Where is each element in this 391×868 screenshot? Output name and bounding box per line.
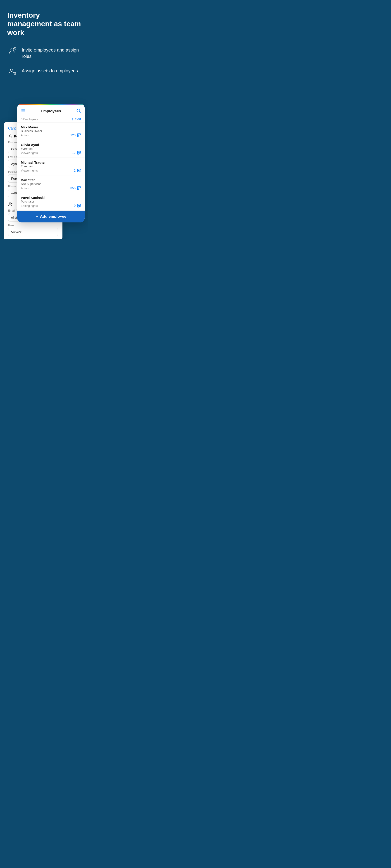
employee-row[interactable]: Olivia Ayad Foreman Viewer rights 12 [17, 140, 85, 158]
assign-icon-svg [8, 67, 17, 76]
feature-assign: Assign assets to employees [7, 67, 81, 76]
feature-invite-text: Invite employees and assign roles [22, 46, 81, 59]
employee-name: Dan Stan [21, 178, 81, 182]
employee-assets[interactable]: 123 [71, 133, 81, 137]
employee-assets[interactable]: 12 [72, 151, 81, 155]
svg-rect-22 [79, 151, 81, 153]
svg-point-8 [9, 135, 11, 136]
svg-rect-32 [77, 206, 79, 207]
assets-count: 2 [74, 168, 76, 172]
employees-subheader: 5 Employees Sort [17, 116, 85, 123]
person-icon [8, 134, 12, 138]
svg-rect-18 [77, 133, 79, 135]
svg-rect-31 [79, 204, 81, 206]
hero-section: Inventory management as team work Invite… [0, 0, 88, 95]
svg-point-4 [10, 69, 13, 71]
svg-rect-28 [79, 186, 81, 188]
svg-line-16 [79, 112, 81, 113]
employee-role: Viewer rights [21, 151, 38, 155]
employee-bottom: Viewer rights 2 [21, 168, 81, 173]
employee-row[interactable]: Pavel Kacinski Purchaser Editing rights … [17, 193, 85, 211]
svg-rect-23 [77, 153, 79, 154]
card-header: Employees [17, 105, 85, 116]
svg-point-15 [77, 109, 80, 112]
add-employee-button[interactable]: + Add employee [17, 211, 85, 222]
employee-position: Site Supervisor [21, 182, 81, 186]
employee-assets[interactable]: 0 [74, 204, 81, 208]
svg-rect-29 [77, 188, 79, 190]
employees-card: Employees 5 Employees Sort Max May [17, 104, 85, 222]
plus-icon: + [35, 214, 38, 219]
employee-position: Foreman [21, 147, 81, 150]
svg-rect-25 [79, 169, 81, 170]
svg-rect-27 [77, 186, 79, 188]
assets-icon [77, 204, 81, 208]
search-icon[interactable] [76, 108, 81, 114]
svg-rect-21 [77, 151, 79, 153]
hero-title: Inventory management as team work [7, 11, 81, 37]
employee-position: Business Owner [21, 129, 81, 133]
employee-name: Pavel Kacinski [21, 196, 81, 199]
svg-rect-24 [77, 169, 79, 170]
employee-name: Olivia Ayad [21, 143, 81, 147]
feature-invite: Invite employees and assign roles [7, 46, 81, 59]
employee-name: Max Mayer [21, 125, 81, 129]
invite-employees-icon [7, 46, 17, 56]
employee-assets[interactable]: 2 [74, 168, 81, 173]
assets-icon [77, 151, 81, 155]
assets-icon [77, 133, 81, 137]
assets-icon [77, 186, 81, 190]
employee-row[interactable]: Michael Trauter Foreman Viewer rights 2 [17, 158, 85, 176]
menu-icon[interactable] [21, 108, 26, 114]
invite-icon-svg [8, 46, 17, 55]
assets-count: 355 [71, 186, 76, 190]
employee-row[interactable]: Dan Stan Site Supervisor Admin 355 [17, 176, 85, 193]
svg-rect-20 [77, 135, 79, 137]
employee-role: Viewer rights [21, 169, 38, 172]
sort-label: Sort [75, 117, 81, 121]
employee-assets[interactable]: 355 [71, 186, 81, 190]
assets-icon [77, 168, 81, 173]
invite-person-icon [8, 202, 13, 206]
role-input[interactable] [8, 228, 58, 236]
employee-bottom: Viewer rights 12 [21, 151, 81, 155]
svg-rect-19 [79, 133, 81, 135]
employee-bottom: Admin 355 [21, 186, 81, 190]
svg-point-0 [11, 48, 13, 51]
feature-assign-text: Assign assets to employees [22, 67, 78, 74]
assets-count: 0 [74, 204, 76, 208]
feature-list: Invite employees and assign roles Assign… [7, 46, 81, 76]
svg-rect-26 [77, 170, 79, 172]
employee-bottom: Editing rights 0 [21, 204, 81, 208]
assets-count: 123 [71, 133, 76, 137]
svg-point-9 [9, 203, 11, 204]
employee-position: Foreman [21, 164, 81, 168]
svg-rect-30 [77, 204, 79, 206]
employees-count: 5 Employees [21, 118, 38, 121]
employee-row[interactable]: Max Mayer Business Owner Admin 123 [17, 123, 85, 140]
employee-name: Michael Trauter [21, 160, 81, 164]
add-employee-label: Add employee [40, 214, 66, 219]
employees-header-title: Employees [41, 109, 61, 114]
employee-role: Admin [21, 133, 29, 137]
employee-bottom: Admin 123 [21, 133, 81, 137]
sort-button[interactable]: Sort [71, 117, 81, 121]
role-label: Role [8, 224, 58, 227]
assets-count: 12 [72, 151, 76, 155]
assign-assets-icon [7, 67, 17, 76]
employee-role: Editing rights [21, 204, 38, 208]
employee-position: Purchaser [21, 200, 81, 203]
mockup-area: Cancel Personal data First name Last nam… [0, 104, 88, 239]
employee-role: Admin [21, 186, 29, 190]
